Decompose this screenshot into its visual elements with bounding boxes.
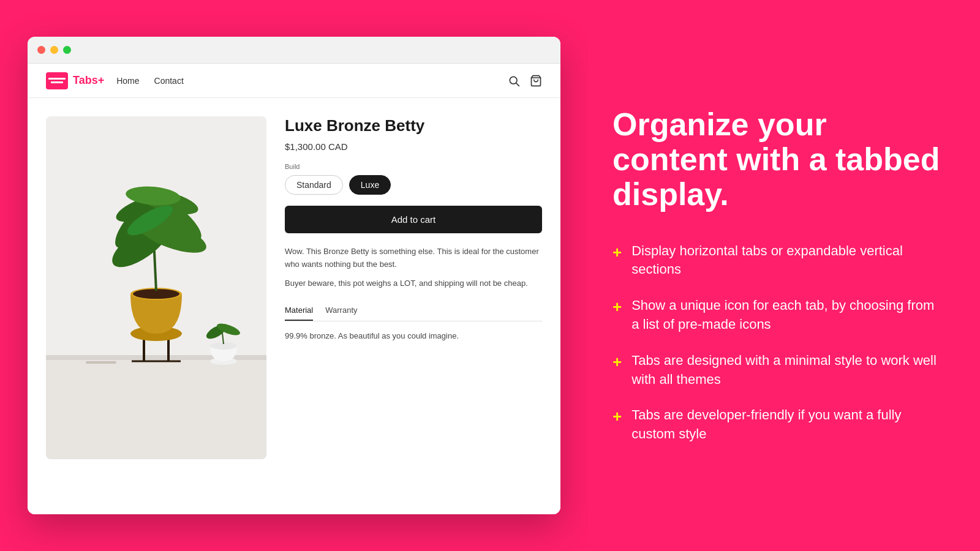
store-nav: Home Contact: [116, 76, 184, 86]
right-panel: Organize your content with a tabbed disp…: [588, 0, 980, 551]
description-p2: Buyer beware, this pot weighs a LOT, and…: [285, 277, 542, 290]
logo-line-2: [51, 81, 63, 83]
variant-buttons: Standard Luxe: [285, 175, 542, 195]
logo-line-1: [48, 78, 66, 80]
left-panel: Tabs+ Home Contact: [0, 0, 588, 551]
feature-text-4: Tabs are developer-friendly if you want …: [631, 406, 943, 444]
cart-icon[interactable]: [530, 75, 542, 87]
build-label: Build: [285, 163, 542, 170]
tab-material[interactable]: Material: [285, 305, 313, 321]
variant-luxe[interactable]: Luxe: [349, 175, 391, 195]
svg-rect-26: [86, 361, 116, 364]
feature-text-1: Display horizontal tabs or expandable ve…: [631, 242, 943, 280]
feature-text-2: Show a unique icon for each tab, by choo…: [631, 296, 943, 334]
feature-plus-1: +: [612, 243, 622, 262]
description-p1: Wow. This Bronze Betty is something else…: [285, 246, 542, 271]
browser-window: Tabs+ Home Contact: [28, 37, 560, 514]
tab-content: 99.9% bronze. As beautiful as you could …: [285, 330, 542, 343]
feature-text-3: Tabs are designed with a minimal style t…: [631, 351, 943, 389]
search-icon[interactable]: [508, 75, 520, 87]
product-area: Luxe Bronze Betty $1,300.00 CAD Build St…: [28, 98, 560, 514]
feature-plus-4: +: [612, 407, 622, 426]
feature-item-2: + Show a unique icon for each tab, by ch…: [612, 296, 943, 334]
tab-warranty[interactable]: Warranty: [325, 305, 357, 321]
traffic-light-green[interactable]: [63, 46, 71, 54]
features-list: + Display horizontal tabs or expandable …: [612, 242, 943, 444]
product-price: $1,300.00 CAD: [285, 141, 542, 152]
traffic-lights: [37, 46, 71, 54]
feature-item-3: + Tabs are designed with a minimal style…: [612, 351, 943, 389]
product-tabs: Material Warranty: [285, 305, 542, 321]
nav-home[interactable]: Home: [116, 76, 139, 86]
headline: Organize your content with a tabbed disp…: [612, 107, 943, 212]
feature-plus-2: +: [612, 298, 622, 317]
traffic-light-yellow[interactable]: [50, 46, 58, 54]
store-header-right: [508, 75, 542, 87]
add-to-cart-button[interactable]: Add to cart: [285, 206, 542, 233]
traffic-light-red[interactable]: [37, 46, 45, 54]
product-image: [46, 116, 266, 459]
variant-standard[interactable]: Standard: [285, 175, 343, 195]
logo-icon: [46, 72, 68, 89]
feature-plus-3: +: [612, 353, 622, 372]
product-details: Luxe Bronze Betty $1,300.00 CAD Build St…: [285, 116, 542, 496]
svg-rect-4: [46, 355, 266, 459]
product-description: Wow. This Bronze Betty is something else…: [285, 246, 542, 296]
store-logo: Tabs+: [46, 72, 104, 89]
feature-item-4: + Tabs are developer-friendly if you wan…: [612, 406, 943, 444]
nav-contact[interactable]: Contact: [154, 76, 184, 86]
logo-text: Tabs+: [73, 74, 104, 87]
svg-line-1: [516, 83, 519, 86]
store-header-left: Tabs+ Home Contact: [46, 72, 184, 89]
store-header: Tabs+ Home Contact: [28, 64, 560, 98]
browser-titlebar: [28, 37, 560, 64]
browser-content: Tabs+ Home Contact: [28, 64, 560, 514]
product-title: Luxe Bronze Betty: [285, 116, 542, 135]
feature-item-1: + Display horizontal tabs or expandable …: [612, 242, 943, 280]
